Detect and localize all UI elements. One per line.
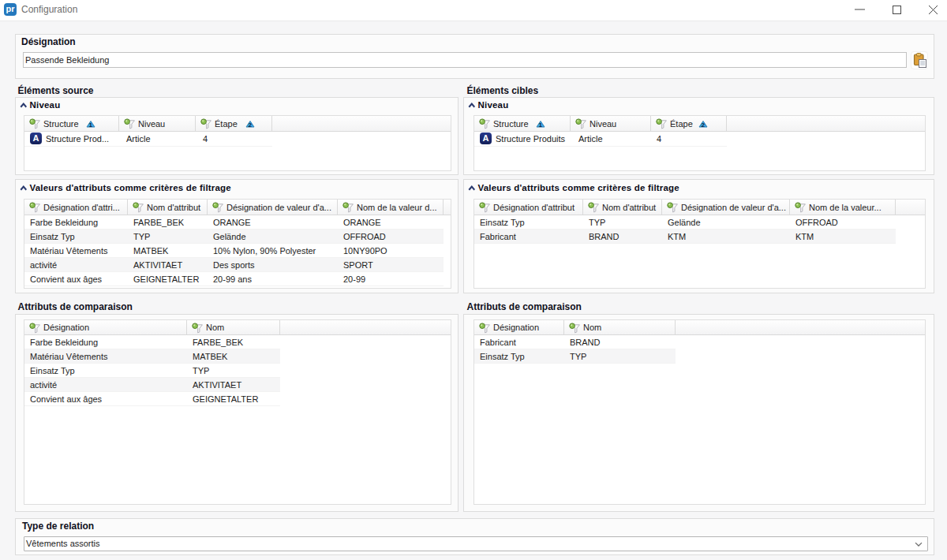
svg-text:1: 1 (88, 121, 92, 128)
svg-text:1: 1 (538, 121, 542, 128)
svg-text:2: 2 (701, 121, 705, 128)
svg-text:2: 2 (248, 121, 252, 128)
